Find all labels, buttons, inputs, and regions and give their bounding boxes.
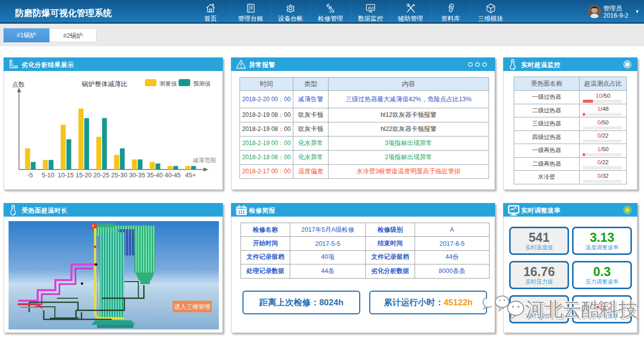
svg-text:25-30: 25-30 (111, 172, 127, 179)
svg-text:10-15: 10-15 (58, 172, 74, 179)
svg-text:-5: -5 (27, 172, 33, 179)
svg-text:45+: 45+ (185, 172, 196, 179)
svg-text:预测值: 预测值 (193, 81, 211, 87)
svg-text:测量值: 测量值 (159, 81, 177, 87)
svg-text:减薄范围: 减薄范围 (193, 157, 216, 163)
svg-text:锅炉整体减薄比: 锅炉整体减薄比 (82, 80, 128, 88)
svg-text:15-20: 15-20 (75, 172, 92, 179)
svg-text:进入三维管理: 进入三维管理 (174, 303, 210, 310)
svg-text:20-25: 20-25 (94, 172, 110, 179)
svg-text:40-45: 40-45 (165, 172, 181, 179)
svg-text:点数: 点数 (12, 81, 25, 88)
svg-text:35-40: 35-40 (147, 172, 163, 179)
svg-text:5-10: 5-10 (42, 172, 54, 179)
svg-text:30-35: 30-35 (129, 172, 145, 179)
